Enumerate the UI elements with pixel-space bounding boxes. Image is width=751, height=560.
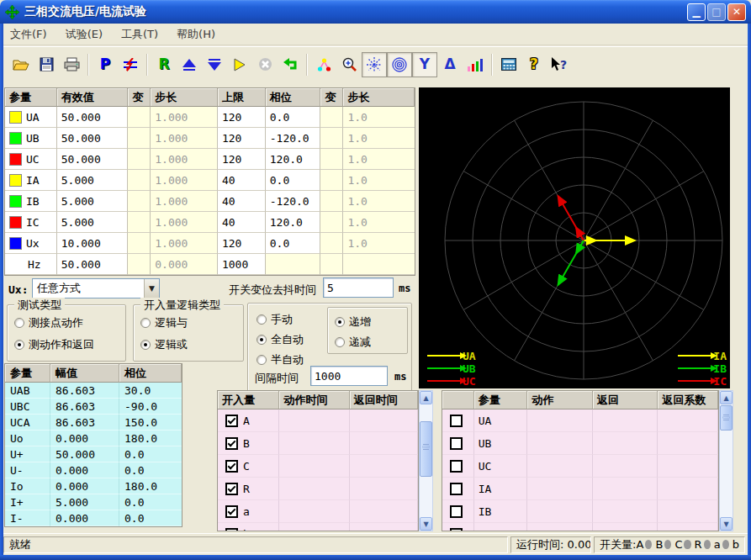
checkbox-checked[interactable] [225, 505, 238, 518]
debounce-input[interactable]: 5 [323, 277, 394, 298]
checkbox-unchecked[interactable] [450, 505, 463, 518]
radio-full-auto[interactable]: 全自动 [257, 332, 304, 347]
phase-step-cell[interactable]: 1.0 [343, 170, 415, 191]
bar-view-button[interactable] [463, 52, 488, 77]
phase-cell[interactable]: 0.0 [266, 107, 321, 128]
checkbox-unchecked[interactable] [450, 437, 463, 450]
radio-semi-auto[interactable]: 半自动 [257, 352, 304, 367]
rms-cell[interactable]: 50.000 [57, 107, 129, 128]
title-bar[interactable]: 三相交流电压/电流试验 ▁ □ ✕ [0, 0, 751, 24]
vary-cell[interactable] [128, 212, 151, 233]
help-button[interactable]: ? [521, 52, 547, 77]
radio-decrease[interactable]: 递减 [335, 335, 371, 350]
phase-step-cell[interactable]: 1.0 [343, 128, 415, 149]
context-help-button[interactable]: ? [547, 52, 572, 77]
y-connection-view-button[interactable]: Y [412, 52, 437, 77]
minimize-button[interactable]: ▁ [687, 3, 706, 21]
lower-button[interactable] [202, 52, 227, 77]
phase-step-cell[interactable]: 1.0 [343, 191, 415, 212]
interval-input[interactable]: 1000 [310, 366, 388, 386]
radio-logic-or[interactable]: 逻辑或 [140, 337, 188, 352]
vary-cell[interactable] [128, 233, 151, 254]
vector-burst-view-button[interactable] [362, 52, 387, 77]
phase-step-cell[interactable] [343, 254, 415, 275]
checkbox-checked[interactable] [225, 437, 238, 450]
phase-cell[interactable]: 120.0 [266, 149, 321, 170]
vary-cell[interactable] [320, 191, 343, 212]
rms-cell[interactable]: 5.000 [57, 170, 129, 191]
vary-cell[interactable] [320, 233, 343, 254]
phase-step-cell[interactable]: 1.0 [343, 212, 415, 233]
rms-cell[interactable]: 50.000 [57, 149, 129, 170]
reset-r-button[interactable]: R [151, 52, 177, 77]
phase-step-cell[interactable]: 1.0 [343, 107, 415, 128]
limit-cell[interactable]: 120 [218, 233, 266, 254]
checkbox-checked[interactable] [225, 528, 238, 532]
limit-cell[interactable]: 40 [218, 191, 266, 212]
radio-logic-and[interactable]: 逻辑与 [140, 315, 188, 330]
radio-contact-action[interactable]: 测接点动作 [14, 315, 83, 330]
scroll-up-icon[interactable]: ▲ [420, 391, 432, 404]
circle-view-button[interactable] [387, 52, 412, 77]
rms-cell[interactable]: 5.000 [57, 212, 129, 233]
rms-cell[interactable]: 10.000 [57, 233, 129, 254]
open-button[interactable] [8, 52, 34, 77]
checkbox-unchecked[interactable] [450, 415, 463, 427]
calculator-button[interactable] [496, 52, 521, 77]
stop-button[interactable] [252, 52, 278, 77]
checkbox-checked[interactable] [225, 483, 238, 495]
step-cell[interactable]: 1.000 [151, 107, 218, 128]
step-cell[interactable]: 0.000 [151, 254, 218, 275]
checkbox-checked[interactable] [225, 460, 238, 473]
limit-cell[interactable]: 120 [218, 128, 266, 149]
limit-cell[interactable]: 40 [218, 170, 266, 191]
rms-cell[interactable]: 5.000 [57, 191, 129, 212]
delta-connection-view-button[interactable]: Δ [437, 52, 463, 77]
step-cell[interactable]: 1.000 [151, 149, 218, 170]
radio-increase[interactable]: 递增 [335, 314, 371, 330]
scroll-up-icon[interactable]: ▲ [720, 391, 732, 404]
maximize-button[interactable]: □ [707, 3, 726, 21]
menu-tools[interactable]: 工具(T) [121, 27, 158, 42]
vary-cell[interactable] [128, 149, 151, 170]
step-cell[interactable]: 1.000 [151, 191, 218, 212]
zoom-in-button[interactable] [336, 52, 362, 77]
close-button[interactable]: ✕ [727, 3, 746, 21]
vary-cell[interactable] [320, 149, 343, 170]
limit-cell[interactable]: 120 [218, 149, 266, 170]
menu-file[interactable]: 文件(F) [10, 27, 47, 42]
limit-cell[interactable]: 40 [218, 212, 266, 233]
radio-manual[interactable]: 手动 [257, 312, 293, 327]
print-button[interactable] [59, 52, 84, 77]
vary-cell[interactable] [128, 191, 151, 212]
return-button[interactable] [278, 52, 303, 77]
impulse-button[interactable] [118, 52, 143, 77]
start-button[interactable] [227, 52, 252, 77]
vary-cell[interactable] [128, 254, 151, 275]
vary-cell[interactable] [128, 128, 151, 149]
phase-step-cell[interactable]: 1.0 [343, 233, 415, 254]
checkbox-checked[interactable] [225, 415, 238, 427]
scrollbar-thumb[interactable] [420, 421, 432, 477]
checkbox-unchecked[interactable] [450, 460, 463, 473]
scrollbar-thumb[interactable] [720, 405, 732, 431]
combo-dropdown-arrow-icon[interactable]: ▼ [144, 279, 159, 298]
phase-step-cell[interactable]: 1.0 [343, 149, 415, 170]
vary-cell[interactable] [320, 212, 343, 233]
save-button[interactable] [34, 52, 59, 77]
phase-cell[interactable]: 0.0 [266, 170, 321, 191]
switch-table-scrollbar[interactable]: ▲ ▼ [419, 390, 433, 531]
vary-cell[interactable] [320, 170, 343, 191]
vary-cell[interactable] [128, 170, 151, 191]
step-cell[interactable]: 1.000 [151, 212, 218, 233]
scroll-down-icon[interactable]: ▼ [420, 517, 432, 531]
phase-cell[interactable]: 120.0 [266, 212, 321, 233]
vary-cell[interactable] [320, 254, 343, 275]
phase-cell[interactable]: 0.0 [266, 233, 321, 254]
phase-cell[interactable]: -120.0 [266, 128, 321, 149]
rms-cell[interactable]: 50.000 [57, 128, 129, 149]
scroll-down-icon[interactable]: ▼ [720, 517, 732, 531]
radio-action-and-return[interactable]: 测动作和返回 [14, 337, 94, 352]
result-table-scrollbar[interactable]: ▲ ▼ [719, 390, 733, 531]
phase-cell[interactable] [266, 254, 321, 275]
